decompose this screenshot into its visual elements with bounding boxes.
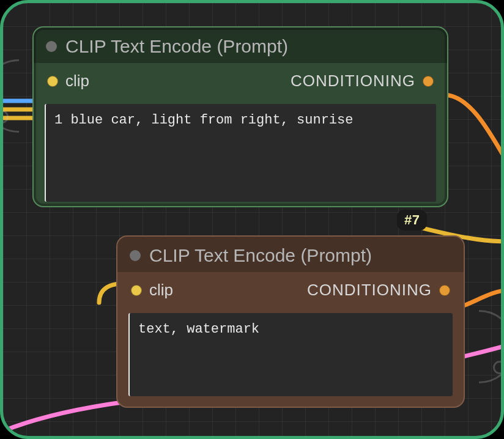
input-port-clip[interactable]: clip bbox=[47, 72, 89, 90]
input-port-label: clip bbox=[149, 281, 173, 300]
prompt-field-wrap bbox=[117, 307, 464, 410]
output-port-conditioning[interactable]: CONDITIONING bbox=[307, 281, 450, 300]
input-port-label: clip bbox=[65, 72, 89, 90]
prompt-textarea[interactable] bbox=[128, 313, 453, 396]
port-dot-icon bbox=[47, 76, 58, 87]
output-port-label: CONDITIONING bbox=[291, 72, 415, 90]
node-ports-row: clip CONDITIONING bbox=[117, 272, 464, 307]
port-dot-icon bbox=[439, 285, 450, 296]
port-dot-icon bbox=[423, 76, 434, 87]
port-dot-icon bbox=[131, 285, 142, 296]
node-header[interactable]: CLIP Text Encode (Prompt) bbox=[34, 28, 447, 63]
clip-text-encode-positive-node[interactable]: CLIP Text Encode (Prompt) clip CONDITION… bbox=[32, 26, 448, 207]
collapse-toggle-icon[interactable] bbox=[130, 250, 141, 261]
input-port-clip[interactable]: clip bbox=[131, 281, 173, 300]
node-title: CLIP Text Encode (Prompt) bbox=[149, 245, 372, 266]
node-ports-row: clip CONDITIONING bbox=[34, 63, 447, 98]
output-port-label: CONDITIONING bbox=[307, 281, 432, 300]
node-header[interactable]: CLIP Text Encode (Prompt) bbox=[117, 237, 464, 272]
node-title: CLIP Text Encode (Prompt) bbox=[65, 36, 288, 57]
collapse-toggle-icon[interactable] bbox=[46, 41, 57, 52]
clip-text-encode-negative-node[interactable]: CLIP Text Encode (Prompt) clip CONDITION… bbox=[116, 235, 465, 408]
output-port-conditioning[interactable]: CONDITIONING bbox=[291, 72, 434, 90]
prompt-textarea[interactable] bbox=[45, 104, 436, 202]
canvas-frame: #7 CLIP Text Encode (Prompt) clip CONDIT… bbox=[0, 0, 504, 439]
prompt-field-wrap bbox=[34, 98, 447, 215]
